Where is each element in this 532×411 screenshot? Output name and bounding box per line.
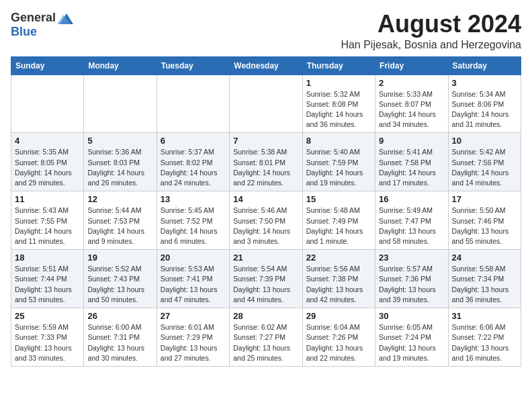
day-number: 6: [161, 136, 226, 146]
calendar-day-cell: 4Sunrise: 5:35 AM Sunset: 8:05 PM Daylig…: [11, 133, 84, 191]
calendar-day-cell: 7Sunrise: 5:38 AM Sunset: 8:01 PM Daylig…: [230, 133, 302, 191]
calendar-day-cell: 9Sunrise: 5:41 AM Sunset: 7:58 PM Daylig…: [375, 133, 448, 191]
day-number: 8: [306, 136, 371, 146]
calendar-day-cell: 6Sunrise: 5:37 AM Sunset: 8:02 PM Daylig…: [157, 133, 229, 191]
title-block: August 2024 Han Pijesak, Bosnia and Herz…: [341, 11, 521, 51]
day-number: 19: [87, 253, 152, 263]
calendar-day-cell: 29Sunrise: 6:04 AM Sunset: 7:26 PM Dayli…: [302, 308, 375, 367]
empty-cell: [11, 75, 84, 133]
day-number: 22: [306, 253, 371, 263]
calendar-week-row: 18Sunrise: 5:51 AM Sunset: 7:44 PM Dayli…: [11, 250, 521, 308]
day-info: Sunrise: 5:56 AM Sunset: 7:38 PM Dayligh…: [306, 264, 371, 305]
day-number: 2: [379, 78, 444, 88]
calendar-day-cell: 14Sunrise: 5:46 AM Sunset: 7:50 PM Dayli…: [230, 191, 302, 250]
col-header-thursday: Thursday: [302, 56, 375, 75]
day-number: 20: [161, 253, 226, 263]
day-info: Sunrise: 5:41 AM Sunset: 7:58 PM Dayligh…: [379, 147, 444, 188]
calendar-day-cell: 30Sunrise: 6:05 AM Sunset: 7:24 PM Dayli…: [375, 308, 448, 367]
calendar-day-cell: 20Sunrise: 5:53 AM Sunset: 7:41 PM Dayli…: [157, 250, 229, 308]
day-info: Sunrise: 5:42 AM Sunset: 7:56 PM Dayligh…: [452, 147, 517, 188]
day-number: 24: [452, 253, 517, 263]
calendar-day-cell: 24Sunrise: 5:58 AM Sunset: 7:34 PM Dayli…: [448, 250, 521, 308]
calendar-day-cell: 15Sunrise: 5:48 AM Sunset: 7:49 PM Dayli…: [302, 191, 375, 250]
day-number: 9: [379, 136, 444, 146]
calendar-week-row: 25Sunrise: 5:59 AM Sunset: 7:33 PM Dayli…: [11, 308, 521, 367]
col-header-friday: Friday: [375, 56, 448, 75]
calendar-day-cell: 5Sunrise: 5:36 AM Sunset: 8:03 PM Daylig…: [84, 133, 157, 191]
calendar-day-cell: 19Sunrise: 5:52 AM Sunset: 7:43 PM Dayli…: [84, 250, 157, 308]
day-number: 1: [306, 78, 371, 88]
calendar-table: SundayMondayTuesdayWednesdayThursdayFrid…: [11, 56, 521, 367]
calendar-week-row: 1Sunrise: 5:32 AM Sunset: 8:08 PM Daylig…: [11, 75, 521, 133]
empty-cell: [157, 75, 229, 133]
calendar-day-cell: 16Sunrise: 5:49 AM Sunset: 7:47 PM Dayli…: [375, 191, 448, 250]
calendar-day-cell: 12Sunrise: 5:44 AM Sunset: 7:53 PM Dayli…: [84, 191, 157, 250]
day-info: Sunrise: 6:04 AM Sunset: 7:26 PM Dayligh…: [306, 322, 371, 363]
day-number: 18: [15, 253, 80, 263]
logo-blue-text: Blue: [11, 25, 37, 39]
day-number: 10: [452, 136, 517, 146]
calendar-day-cell: 31Sunrise: 6:06 AM Sunset: 7:22 PM Dayli…: [448, 308, 521, 367]
empty-cell: [230, 75, 302, 133]
day-info: Sunrise: 5:32 AM Sunset: 8:08 PM Dayligh…: [306, 89, 371, 130]
day-info: Sunrise: 5:34 AM Sunset: 8:06 PM Dayligh…: [452, 89, 517, 130]
day-info: Sunrise: 5:44 AM Sunset: 7:53 PM Dayligh…: [87, 205, 152, 246]
col-header-sunday: Sunday: [11, 56, 84, 75]
location-text: Han Pijesak, Bosnia and Herzegovina: [341, 39, 521, 51]
day-number: 3: [452, 78, 517, 88]
calendar-day-cell: 23Sunrise: 5:57 AM Sunset: 7:36 PM Dayli…: [375, 250, 448, 308]
day-info: Sunrise: 5:54 AM Sunset: 7:39 PM Dayligh…: [233, 264, 298, 305]
day-info: Sunrise: 5:50 AM Sunset: 7:46 PM Dayligh…: [452, 205, 517, 246]
day-number: 26: [87, 311, 152, 321]
day-info: Sunrise: 6:02 AM Sunset: 7:27 PM Dayligh…: [233, 322, 298, 363]
col-header-wednesday: Wednesday: [230, 56, 302, 75]
calendar-day-cell: 17Sunrise: 5:50 AM Sunset: 7:46 PM Dayli…: [448, 191, 521, 250]
calendar-day-cell: 2Sunrise: 5:33 AM Sunset: 8:07 PM Daylig…: [375, 75, 448, 133]
empty-cell: [84, 75, 157, 133]
day-info: Sunrise: 5:51 AM Sunset: 7:44 PM Dayligh…: [15, 264, 80, 305]
day-info: Sunrise: 5:37 AM Sunset: 8:02 PM Dayligh…: [161, 147, 226, 188]
calendar-day-cell: 28Sunrise: 6:02 AM Sunset: 7:27 PM Dayli…: [230, 308, 302, 367]
day-info: Sunrise: 5:58 AM Sunset: 7:34 PM Dayligh…: [452, 264, 517, 305]
calendar-day-cell: 1Sunrise: 5:32 AM Sunset: 8:08 PM Daylig…: [302, 75, 375, 133]
month-title: August 2024: [341, 11, 521, 38]
calendar-day-cell: 13Sunrise: 5:45 AM Sunset: 7:52 PM Dayli…: [157, 191, 229, 250]
day-info: Sunrise: 6:01 AM Sunset: 7:29 PM Dayligh…: [161, 322, 226, 363]
day-number: 14: [233, 194, 298, 204]
day-info: Sunrise: 5:49 AM Sunset: 7:47 PM Dayligh…: [379, 205, 444, 246]
logo-icon: [57, 12, 73, 24]
day-number: 27: [161, 311, 226, 321]
day-info: Sunrise: 5:48 AM Sunset: 7:49 PM Dayligh…: [306, 205, 371, 246]
day-info: Sunrise: 5:52 AM Sunset: 7:43 PM Dayligh…: [87, 264, 152, 305]
logo: General Blue: [11, 11, 73, 39]
day-number: 12: [87, 194, 152, 204]
calendar-day-cell: 22Sunrise: 5:56 AM Sunset: 7:38 PM Dayli…: [302, 250, 375, 308]
col-header-tuesday: Tuesday: [157, 56, 229, 75]
day-info: Sunrise: 5:53 AM Sunset: 7:41 PM Dayligh…: [161, 264, 226, 305]
calendar-day-cell: 11Sunrise: 5:43 AM Sunset: 7:55 PM Dayli…: [11, 191, 84, 250]
day-info: Sunrise: 5:57 AM Sunset: 7:36 PM Dayligh…: [379, 264, 444, 305]
day-info: Sunrise: 5:36 AM Sunset: 8:03 PM Dayligh…: [87, 147, 152, 188]
col-header-monday: Monday: [84, 56, 157, 75]
day-number: 23: [379, 253, 444, 263]
day-info: Sunrise: 5:40 AM Sunset: 7:59 PM Dayligh…: [306, 147, 371, 188]
col-header-saturday: Saturday: [448, 56, 521, 75]
day-number: 21: [233, 253, 298, 263]
calendar-week-row: 4Sunrise: 5:35 AM Sunset: 8:05 PM Daylig…: [11, 133, 521, 191]
logo-general-text: General: [11, 11, 56, 25]
day-number: 30: [379, 311, 444, 321]
day-number: 5: [87, 136, 152, 146]
day-info: Sunrise: 5:35 AM Sunset: 8:05 PM Dayligh…: [15, 147, 80, 188]
calendar-day-cell: 25Sunrise: 5:59 AM Sunset: 7:33 PM Dayli…: [11, 308, 84, 367]
calendar-day-cell: 3Sunrise: 5:34 AM Sunset: 8:06 PM Daylig…: [448, 75, 521, 133]
page-header: General Blue August 2024 Han Pijesak, Bo…: [11, 11, 521, 51]
day-info: Sunrise: 6:00 AM Sunset: 7:31 PM Dayligh…: [87, 322, 152, 363]
day-info: Sunrise: 6:05 AM Sunset: 7:24 PM Dayligh…: [379, 322, 444, 363]
day-info: Sunrise: 5:46 AM Sunset: 7:50 PM Dayligh…: [233, 205, 298, 246]
calendar-day-cell: 10Sunrise: 5:42 AM Sunset: 7:56 PM Dayli…: [448, 133, 521, 191]
calendar-day-cell: 21Sunrise: 5:54 AM Sunset: 7:39 PM Dayli…: [230, 250, 302, 308]
calendar-day-cell: 26Sunrise: 6:00 AM Sunset: 7:31 PM Dayli…: [84, 308, 157, 367]
calendar-week-row: 11Sunrise: 5:43 AM Sunset: 7:55 PM Dayli…: [11, 191, 521, 250]
day-number: 25: [15, 311, 80, 321]
calendar-day-cell: 18Sunrise: 5:51 AM Sunset: 7:44 PM Dayli…: [11, 250, 84, 308]
